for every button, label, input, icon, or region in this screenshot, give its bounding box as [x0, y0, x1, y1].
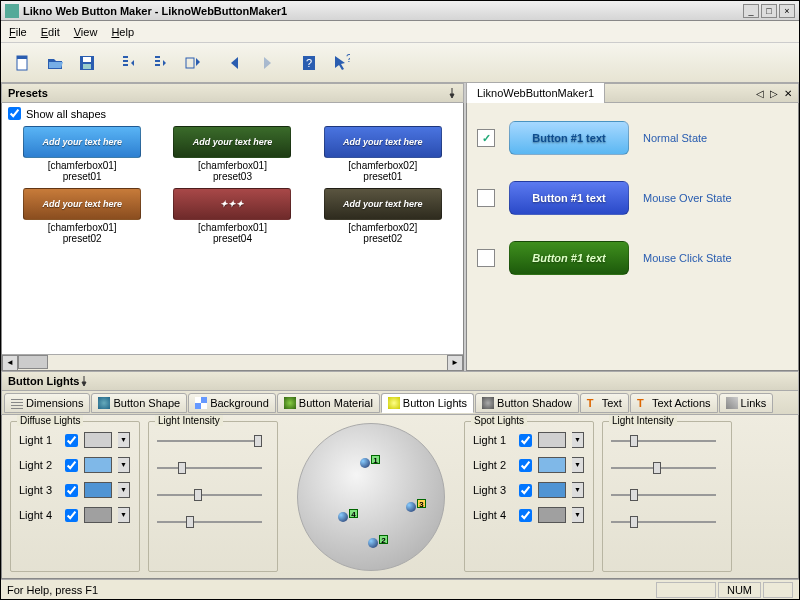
- state-preview-button: Button #1 text: [509, 181, 629, 215]
- color-dropdown[interactable]: ▼: [572, 482, 584, 498]
- tab-dimensions[interactable]: Dimensions: [4, 393, 90, 413]
- scroll-right-button[interactable]: ►: [447, 355, 463, 371]
- intensity-slider[interactable]: [611, 461, 716, 475]
- show-all-shapes-label: Show all shapes: [26, 108, 106, 120]
- tab-text[interactable]: TText: [580, 393, 629, 413]
- tab-text-actions[interactable]: TText Actions: [630, 393, 718, 413]
- light-sphere[interactable]: 1234: [297, 423, 445, 571]
- open-button[interactable]: [41, 49, 69, 77]
- intensity-slider[interactable]: [157, 515, 262, 529]
- light-color-swatch[interactable]: [84, 507, 112, 523]
- window-title: Likno Web Button Maker - LiknoWebButtonM…: [23, 5, 743, 17]
- preset-item[interactable]: Add your text here [chamferbox01]preset0…: [160, 126, 304, 182]
- tab-links[interactable]: Links: [719, 393, 774, 413]
- light-color-swatch[interactable]: [84, 482, 112, 498]
- save-button[interactable]: [73, 49, 101, 77]
- forward-button[interactable]: [253, 49, 281, 77]
- intensity-slider[interactable]: [611, 488, 716, 502]
- light-checkbox[interactable]: [519, 484, 532, 497]
- menu-view[interactable]: View: [74, 26, 98, 38]
- state-label[interactable]: Mouse Click State: [643, 252, 732, 264]
- light-checkbox[interactable]: [65, 434, 78, 447]
- state-checkbox[interactable]: [477, 189, 495, 207]
- state-preview-button: Button #1 text: [509, 241, 629, 275]
- preset-item[interactable]: Add your text here [chamferbox02]preset0…: [311, 126, 455, 182]
- presets-hscrollbar[interactable]: ◄ ►: [2, 354, 463, 370]
- tabbar: Dimensions Button Shape Background Butto…: [1, 391, 799, 415]
- light-color-swatch[interactable]: [84, 457, 112, 473]
- tab-button-lights[interactable]: Button Lights: [381, 393, 474, 413]
- light-color-swatch[interactable]: [538, 482, 566, 498]
- diffuse-lights-group: Diffuse Lights Light 1 ▼Light 2 ▼Light 3…: [10, 421, 140, 572]
- preset-item[interactable]: Add your text here [chamferbox01]preset0…: [10, 126, 154, 182]
- context-help-button[interactable]: ?: [327, 49, 355, 77]
- intensity-slider[interactable]: [157, 488, 262, 502]
- light-row: Light 4 ▼: [19, 507, 131, 523]
- light-color-swatch[interactable]: [538, 507, 566, 523]
- toolbar-btn-5[interactable]: [147, 49, 175, 77]
- show-all-shapes-checkbox[interactable]: [8, 107, 21, 120]
- color-dropdown[interactable]: ▼: [572, 432, 584, 448]
- minimize-button[interactable]: _: [743, 4, 759, 18]
- state-label[interactable]: Normal State: [643, 132, 707, 144]
- state-checkbox[interactable]: ✓: [477, 129, 495, 147]
- close-button[interactable]: ×: [779, 4, 795, 18]
- tab-button-shadow[interactable]: Button Shadow: [475, 393, 579, 413]
- preset-item[interactable]: Add your text here [chamferbox02]preset0…: [311, 188, 455, 244]
- light-checkbox[interactable]: [65, 459, 78, 472]
- menu-file[interactable]: File: [9, 26, 27, 38]
- light-color-swatch[interactable]: [84, 432, 112, 448]
- light-marker[interactable]: 2: [368, 538, 386, 552]
- intensity-slider[interactable]: [611, 515, 716, 529]
- color-dropdown[interactable]: ▼: [118, 457, 130, 473]
- preset-item[interactable]: Add your text here [chamferbox01]preset0…: [10, 188, 154, 244]
- intensity-slider[interactable]: [157, 434, 262, 448]
- tab-button-material[interactable]: Button Material: [277, 393, 380, 413]
- prev-tab-icon[interactable]: ◁: [756, 88, 764, 99]
- light-checkbox[interactable]: [519, 434, 532, 447]
- status-num: NUM: [718, 582, 761, 598]
- toolbar-btn-4[interactable]: [115, 49, 143, 77]
- next-tab-icon[interactable]: ▷: [770, 88, 778, 99]
- state-label[interactable]: Mouse Over State: [643, 192, 732, 204]
- light-marker[interactable]: 1: [360, 458, 378, 472]
- new-button[interactable]: [9, 49, 37, 77]
- state-checkbox[interactable]: [477, 249, 495, 267]
- menu-edit[interactable]: Edit: [41, 26, 60, 38]
- light-color-swatch[interactable]: [538, 457, 566, 473]
- light-checkbox[interactable]: [519, 509, 532, 522]
- app-window: Likno Web Button Maker - LiknoWebButtonM…: [0, 0, 800, 600]
- intensity-slider[interactable]: [157, 461, 262, 475]
- pin-icon[interactable]: [79, 376, 89, 386]
- menu-help[interactable]: Help: [111, 26, 134, 38]
- presets-panel: Presets Show all shapes Add your text he…: [1, 83, 466, 371]
- color-dropdown[interactable]: ▼: [572, 457, 584, 473]
- preview-tab[interactable]: LiknoWebButtonMaker1: [467, 83, 605, 103]
- intensity-slider[interactable]: [611, 434, 716, 448]
- help-doc-button[interactable]: ?: [295, 49, 323, 77]
- preset-item[interactable]: ✦✦✦ [chamferbox01]preset04: [160, 188, 304, 244]
- light-checkbox[interactable]: [519, 459, 532, 472]
- pin-icon[interactable]: [447, 88, 457, 98]
- scroll-thumb[interactable]: [18, 355, 48, 369]
- scroll-left-button[interactable]: ◄: [2, 355, 18, 371]
- light-color-swatch[interactable]: [538, 432, 566, 448]
- maximize-button[interactable]: □: [761, 4, 777, 18]
- close-tab-icon[interactable]: ✕: [784, 88, 792, 99]
- color-dropdown[interactable]: ▼: [572, 507, 584, 523]
- light-label: Light 4: [473, 509, 513, 521]
- color-dropdown[interactable]: ▼: [118, 432, 130, 448]
- color-dropdown[interactable]: ▼: [118, 507, 130, 523]
- back-button[interactable]: [221, 49, 249, 77]
- color-dropdown[interactable]: ▼: [118, 482, 130, 498]
- svg-rect-3: [83, 57, 91, 62]
- light-marker[interactable]: 3: [406, 502, 424, 516]
- tab-button-shape[interactable]: Button Shape: [91, 393, 187, 413]
- light-checkbox[interactable]: [65, 484, 78, 497]
- svg-rect-1: [17, 56, 27, 59]
- light-checkbox[interactable]: [65, 509, 78, 522]
- light-marker[interactable]: 4: [338, 512, 356, 526]
- toolbar-btn-6[interactable]: [179, 49, 207, 77]
- tab-background[interactable]: Background: [188, 393, 276, 413]
- spot-lights-group: Spot Lights Light 1 ▼Light 2 ▼Light 3 ▼L…: [464, 421, 594, 572]
